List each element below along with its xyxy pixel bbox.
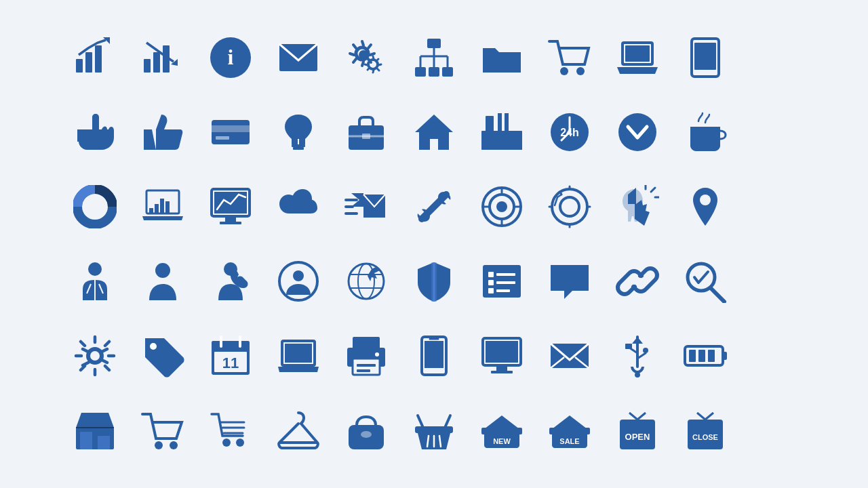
svg-rect-142 <box>80 432 92 449</box>
empty-r1 <box>739 20 807 95</box>
svg-rect-29 <box>694 43 716 70</box>
svg-rect-55 <box>155 204 159 214</box>
svg-rect-123 <box>486 341 518 363</box>
businessman-icon <box>61 244 129 319</box>
svg-point-117 <box>375 352 379 357</box>
usb-icon <box>604 319 671 393</box>
svg-line-76 <box>651 188 655 192</box>
smartphone-icon <box>400 319 468 393</box>
printer-icon <box>332 319 400 393</box>
search-check-icon <box>671 244 739 319</box>
svg-point-80 <box>88 262 102 276</box>
svg-point-135 <box>635 372 640 378</box>
svg-point-145 <box>155 441 163 449</box>
svg-rect-57 <box>165 201 170 214</box>
sale-tag-icon: SALE <box>536 393 604 468</box>
donut-chart-icon <box>61 169 129 244</box>
chart-up-icon <box>61 20 129 95</box>
globe-plane-icon <box>332 244 400 319</box>
svg-rect-125 <box>491 371 513 373</box>
svg-rect-5 <box>153 52 160 73</box>
aim-icon <box>536 169 604 244</box>
svg-point-24 <box>560 67 568 75</box>
svg-line-163 <box>637 413 646 420</box>
briefcase-icon <box>332 95 400 169</box>
svg-marker-130 <box>632 337 643 344</box>
svg-rect-154 <box>415 426 453 433</box>
svg-rect-96 <box>488 280 494 285</box>
list-icon <box>468 244 536 319</box>
hierarchy-icon <box>400 20 468 95</box>
svg-rect-61 <box>220 222 241 224</box>
new-tag-icon: NEW <box>468 393 536 468</box>
svg-text:11: 11 <box>222 354 239 371</box>
svg-point-146 <box>170 441 178 449</box>
svg-rect-124 <box>496 365 507 371</box>
svg-point-69 <box>496 201 507 212</box>
factory-icon <box>468 95 536 169</box>
gear-icon <box>61 319 129 393</box>
svg-point-79 <box>700 195 711 205</box>
calendar-icon: 11 <box>197 319 264 393</box>
svg-point-103 <box>150 343 157 350</box>
svg-text:i: i <box>228 45 234 69</box>
tag-icon <box>129 319 197 393</box>
svg-rect-15 <box>415 67 426 77</box>
monitor-chart-icon <box>197 169 264 244</box>
shield-icon <box>400 244 468 319</box>
cart-icon <box>536 20 604 95</box>
svg-rect-56 <box>160 199 164 214</box>
svg-rect-46 <box>498 113 502 132</box>
svg-rect-115 <box>357 364 376 367</box>
svg-rect-97 <box>496 281 515 284</box>
store-icon <box>61 393 129 468</box>
svg-text:CLOSE: CLOSE <box>692 433 718 441</box>
svg-point-50 <box>618 113 656 151</box>
svg-rect-54 <box>149 208 153 214</box>
svg-line-166 <box>697 413 705 420</box>
svg-text:NEW: NEW <box>493 437 511 445</box>
svg-rect-98 <box>488 288 494 293</box>
folder-icon <box>468 20 536 95</box>
hand-point-icon <box>61 95 129 169</box>
svg-rect-34 <box>292 144 305 147</box>
svg-line-167 <box>705 413 713 420</box>
coffee-icon <box>671 95 739 169</box>
person-phone-icon <box>197 244 264 319</box>
svg-rect-140 <box>708 350 715 362</box>
basket-icon <box>400 393 468 468</box>
monitor-icon <box>468 319 536 393</box>
svg-rect-2 <box>95 45 102 73</box>
svg-rect-158 <box>481 428 522 434</box>
svg-rect-160 <box>549 428 590 434</box>
svg-line-162 <box>629 413 637 420</box>
svg-rect-32 <box>212 125 250 132</box>
empty-r3 <box>739 169 807 244</box>
empty-r4 <box>739 244 807 319</box>
empty-r6 <box>739 393 807 468</box>
link-icon <box>604 244 671 319</box>
svg-point-84 <box>155 263 170 278</box>
svg-rect-105 <box>212 341 250 350</box>
chart-down-icon <box>129 20 197 95</box>
cart-list-icon <box>197 393 264 468</box>
svg-rect-33 <box>216 136 229 140</box>
svg-rect-23 <box>483 52 521 73</box>
chevron-circle-icon <box>604 95 671 169</box>
svg-marker-40 <box>415 115 453 150</box>
envelope-icon <box>536 319 604 393</box>
home-icon <box>400 95 468 169</box>
close-sign-icon: CLOSE <box>671 393 739 468</box>
empty-r2 <box>739 95 807 169</box>
svg-rect-116 <box>357 369 370 372</box>
svg-rect-137 <box>723 352 727 360</box>
svg-rect-4 <box>144 59 151 73</box>
cloud-icon <box>264 169 332 244</box>
svg-point-74 <box>552 189 587 224</box>
shopping-cart-icon <box>129 393 197 468</box>
svg-text:OPEN: OPEN <box>625 432 650 442</box>
icon-grid: i <box>47 7 821 481</box>
chat-icon <box>536 244 604 319</box>
svg-point-75 <box>560 197 579 216</box>
svg-rect-16 <box>429 67 439 77</box>
